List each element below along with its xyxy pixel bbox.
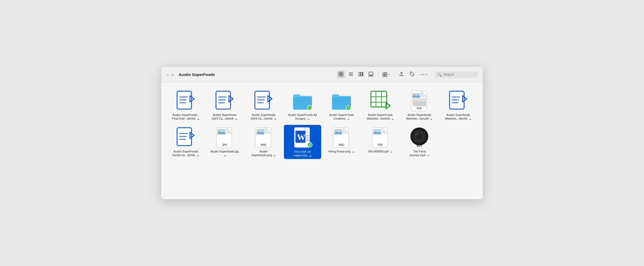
file-item[interactable]: MP4 The Food Journey.mp4 ☁ xyxy=(401,125,438,159)
more-button[interactable]: ▾ xyxy=(418,71,429,78)
file-type-label: MP4 xyxy=(409,145,430,147)
svg-point-59 xyxy=(218,130,220,131)
tag-button[interactable] xyxy=(407,70,416,79)
file-label: Austin SuperFoods - Final Draf...riterln… xyxy=(171,113,200,121)
file-icon-wrap xyxy=(175,90,196,111)
separator-1 xyxy=(378,72,378,78)
file-type-label: PNG xyxy=(253,144,274,146)
svg-point-20 xyxy=(422,74,423,75)
file-item[interactable]: ✓ Austin SuperFoods Ad Designs ☁ xyxy=(284,88,321,122)
svg-rect-1 xyxy=(341,72,343,74)
svg-rect-12 xyxy=(370,75,371,76)
file-icon-wrap xyxy=(370,90,391,111)
file-item[interactable]: PDF INV-000090.pdf ☁ xyxy=(362,125,399,159)
file-type-label: JPG xyxy=(214,144,235,146)
view-gallery-button[interactable] xyxy=(367,70,375,79)
svg-rect-15 xyxy=(385,73,387,74)
file-type-label: PDF xyxy=(409,107,430,110)
sheetslink-icon xyxy=(370,90,391,111)
svg-point-79 xyxy=(421,134,422,135)
window-title: Austin SuperFoods xyxy=(179,72,215,77)
forward-button[interactable]: › xyxy=(171,72,174,78)
finder-window: ‹ › Austin SuperFoods xyxy=(161,66,483,200)
svg-rect-8 xyxy=(361,72,362,76)
file-item[interactable]: Austin Superfoods 2023 Ca...riterlnk ☁ xyxy=(206,88,243,122)
file-icon-wrap: ✓ xyxy=(292,90,313,111)
svg-rect-11 xyxy=(369,75,370,76)
svg-rect-45 xyxy=(413,101,426,106)
file-item[interactable]: PDF Austin Superfoods Marketin...rter.pd… xyxy=(401,88,438,122)
file-item[interactable]: Austin SuperFoods Social me...iterlnk ☁ xyxy=(167,125,204,159)
more-chevron-icon: ▾ xyxy=(426,73,427,76)
writerlink-icon xyxy=(176,127,195,148)
file-icon-wrap xyxy=(214,90,235,111)
file-icon-wrap: W ✓ xyxy=(292,127,313,148)
view-grid-button[interactable] xyxy=(337,70,345,79)
svg-rect-9 xyxy=(363,72,363,76)
svg-rect-7 xyxy=(359,72,360,76)
file-type-label: PNG xyxy=(331,144,352,146)
sync-check-badge: ✓ xyxy=(307,105,312,110)
file-icon-wrap: MP4 xyxy=(409,127,430,148)
svg-rect-16 xyxy=(383,75,385,77)
group-chevron-icon: ▾ xyxy=(388,73,390,76)
writerlink-icon xyxy=(176,90,195,111)
svg-rect-14 xyxy=(383,73,385,74)
svg-point-62 xyxy=(257,130,259,131)
file-item[interactable]: PNG Hiring Poster.png ☁ xyxy=(323,125,360,159)
file-label: Austin Superfoods Marketin...rter.pdf ☁ xyxy=(405,113,434,121)
file-item[interactable]: Austin SuperFoods - Final Draf...riterln… xyxy=(167,88,204,122)
file-item[interactable]: Austin Superfoods Marketin...riterlnk ☁ xyxy=(440,88,477,122)
file-label: Austin Superfoods.jpg ☁ xyxy=(210,150,239,157)
view-list-button[interactable] xyxy=(347,70,355,79)
separator-3 xyxy=(432,72,432,78)
file-icon-wrap: PDF xyxy=(370,127,391,148)
search-input[interactable] xyxy=(443,73,475,76)
writerlink-icon xyxy=(449,90,468,111)
file-icon-wrap: PNG xyxy=(253,127,274,148)
file-icon-wrap xyxy=(253,90,274,111)
svg-rect-2 xyxy=(339,74,341,76)
file-label: Austin Superfoods 2023 Ca...riterlnk ☁ xyxy=(210,113,239,121)
svg-rect-3 xyxy=(341,74,343,76)
file-item[interactable]: W ✓ First draft sm copies.doc ☁ xyxy=(284,125,321,159)
file-label: Austin SuperFoods Ad Designs ☁ xyxy=(288,113,317,121)
svg-text:W: W xyxy=(297,132,305,142)
svg-point-71 xyxy=(335,130,337,131)
file-icon-wrap: JPG xyxy=(214,127,235,148)
toolbar-views: ▾ ▾ xyxy=(337,70,478,79)
file-icon-wrap: PDF xyxy=(409,90,430,111)
nav-buttons: ‹ › xyxy=(166,72,174,78)
writerlink-icon xyxy=(254,90,273,111)
group-button[interactable]: ▾ xyxy=(381,71,391,78)
search-bar: 🔍 xyxy=(435,71,478,78)
writerlink-icon xyxy=(215,90,234,111)
back-button[interactable]: ‹ xyxy=(166,72,170,78)
file-item[interactable]: Austin SuperFoods Marketin...heetlnk ☁ xyxy=(362,88,399,122)
file-icon-wrap xyxy=(175,127,196,148)
file-item[interactable]: ✓ Austin SuperFoods Creatives ☁ xyxy=(323,88,360,122)
file-label: First draft sm copies.doc ☁ xyxy=(288,150,317,158)
svg-point-19 xyxy=(421,74,422,75)
view-columns-button[interactable] xyxy=(357,70,365,79)
file-label: Austin Superfoods Marketin...riterlnk ☁ xyxy=(444,113,473,121)
file-item[interactable]: Austin Superfoods 2024 Ca...riterlnk ☁ xyxy=(245,88,282,122)
file-label: Austin SuperFoods Social me...iterlnk ☁ xyxy=(171,150,200,157)
svg-rect-13 xyxy=(372,75,373,76)
file-label: Austin SuperFoods Marketin...heetlnk ☁ xyxy=(366,113,395,121)
share-button[interactable] xyxy=(397,70,406,79)
svg-point-18 xyxy=(411,73,411,74)
sync-check-badge: ✓ xyxy=(346,105,351,110)
file-label: Austin SuperFoods Creatives ☁ xyxy=(327,113,356,121)
file-content: Austin SuperFoods - Final Draf...riterln… xyxy=(161,83,483,199)
toolbar: ‹ › Austin SuperFoods xyxy=(161,67,483,83)
file-label: INV-000090.pdf ☁ xyxy=(368,150,393,153)
separator-2 xyxy=(394,72,394,78)
file-label: Austin Superfoods.png ☁ xyxy=(249,150,278,157)
file-item[interactable]: JPG Austin Superfoods.jpg ☁ xyxy=(206,125,243,159)
file-item[interactable]: PNG Austin Superfoods.png ☁ xyxy=(245,125,282,159)
svg-rect-37 xyxy=(371,91,387,107)
file-label: The Food Journey.mp4 ☁ xyxy=(405,150,434,157)
sync-check-badge: ✓ xyxy=(307,142,313,147)
file-label: Austin Superfoods 2024 Ca...riterlnk ☁ xyxy=(249,113,278,121)
